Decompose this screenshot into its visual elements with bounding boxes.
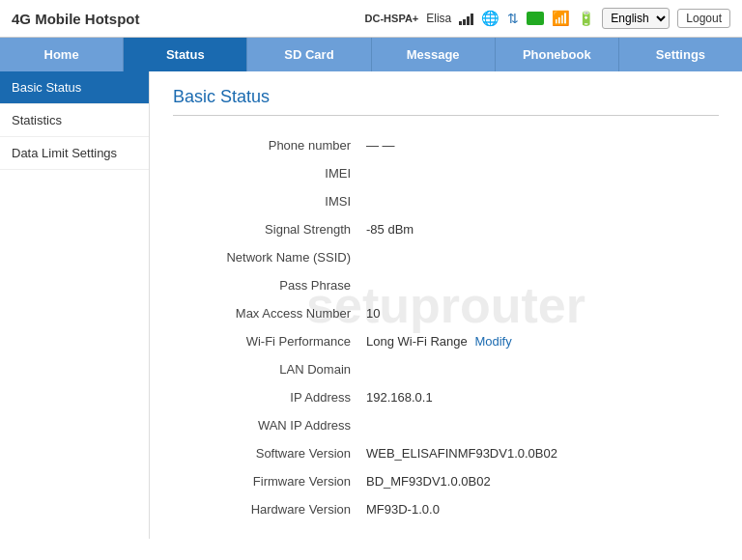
- network-type: DC-HSPA+: [365, 13, 419, 24]
- field-label: Phone number: [173, 138, 366, 153]
- table-row: Firmware Version BD_MF93DV1.0.0B02: [173, 467, 719, 495]
- tab-message[interactable]: Message: [372, 38, 496, 71]
- table-row: IP Address 192.168.0.1: [173, 383, 719, 411]
- arrows-icon: ⇅: [507, 11, 519, 26]
- field-label: Software Version: [173, 446, 366, 461]
- wifi-performance-value: Long Wi-Fi Range: [366, 334, 468, 349]
- page-title: Basic Status: [173, 87, 719, 116]
- table-row: WAN IP Address: [173, 411, 719, 439]
- app-title: 4G Mobile Hotspot: [12, 11, 140, 27]
- language-select[interactable]: English: [602, 8, 670, 29]
- tab-settings[interactable]: Settings: [619, 38, 742, 71]
- main-layout: Basic Status Statistics Data Limit Setti…: [0, 71, 742, 539]
- field-label: Hardware Version: [173, 502, 366, 517]
- globe-icon: 🌐: [481, 10, 499, 27]
- field-label: IMSI: [173, 194, 366, 209]
- field-value: MF93D-1.0.0: [366, 502, 440, 517]
- content-area: setuprouter Basic Status Phone number — …: [150, 71, 742, 539]
- modify-link[interactable]: Modify: [474, 334, 511, 349]
- field-value: 192.168.0.1: [366, 390, 433, 405]
- sidebar: Basic Status Statistics Data Limit Setti…: [0, 71, 150, 539]
- sidebar-item-basic-status[interactable]: Basic Status: [0, 71, 149, 104]
- field-label: Network Name (SSID): [173, 250, 366, 265]
- battery-icon: 🔋: [578, 11, 594, 26]
- field-label: LAN Domain: [173, 362, 366, 377]
- table-row: Network Name (SSID): [173, 243, 719, 271]
- field-value: Long Wi-Fi Range Modify: [366, 334, 512, 349]
- top-bar: 4G Mobile Hotspot DC-HSPA+ Elisa 🌐 ⇅ 📶 🔋…: [0, 0, 742, 38]
- field-value: 10: [366, 306, 380, 321]
- table-row: Signal Strength -85 dBm: [173, 215, 719, 243]
- field-label: Signal Strength: [173, 222, 366, 237]
- tab-phonebook[interactable]: Phonebook: [496, 38, 619, 71]
- table-row: IMSI: [173, 187, 719, 215]
- table-row: Software Version WEB_ELISAFINMF93DV1.0.0…: [173, 439, 719, 467]
- table-row: LAN Domain: [173, 355, 719, 383]
- field-value: -85 dBm: [366, 222, 414, 237]
- field-label: Max Access Number: [173, 306, 366, 321]
- table-row: Wi-Fi Performance Long Wi-Fi Range Modif…: [173, 327, 719, 355]
- tab-home[interactable]: Home: [0, 38, 124, 71]
- sidebar-item-data-limit[interactable]: Data Limit Settings: [0, 137, 149, 170]
- connection-indicator: [527, 12, 544, 25]
- field-label: IP Address: [173, 390, 366, 405]
- logout-button[interactable]: Logout: [677, 9, 730, 28]
- tab-sdcard[interactable]: SD Card: [247, 38, 371, 71]
- provider-name: Elisa: [426, 12, 451, 25]
- field-label: Pass Phrase: [173, 278, 366, 293]
- field-value: WEB_ELISAFINMF93DV1.0.0B02: [366, 446, 557, 461]
- field-value: BD_MF93DV1.0.0B02: [366, 474, 491, 489]
- table-row: Max Access Number 10: [173, 299, 719, 327]
- wifi-icon: 📶: [552, 10, 570, 27]
- tab-status[interactable]: Status: [124, 38, 247, 71]
- field-value: — —: [366, 138, 395, 153]
- table-row: Hardware Version MF93D-1.0.0: [173, 495, 719, 523]
- sidebar-item-statistics[interactable]: Statistics: [0, 104, 149, 137]
- signal-icon: [459, 12, 473, 25]
- top-bar-right: DC-HSPA+ Elisa 🌐 ⇅ 📶 🔋 English Logout: [365, 8, 730, 29]
- table-row: Phone number — —: [173, 131, 719, 159]
- field-label: WAN IP Address: [173, 418, 366, 433]
- field-label: Wi-Fi Performance: [173, 334, 366, 349]
- info-table: Phone number — — IMEI IMSI Signal Streng…: [173, 131, 719, 523]
- field-label: Firmware Version: [173, 474, 366, 489]
- table-row: IMEI: [173, 159, 719, 187]
- nav-tabs: Home Status SD Card Message Phonebook Se…: [0, 38, 742, 71]
- field-label: IMEI: [173, 166, 366, 181]
- table-row: Pass Phrase: [173, 271, 719, 299]
